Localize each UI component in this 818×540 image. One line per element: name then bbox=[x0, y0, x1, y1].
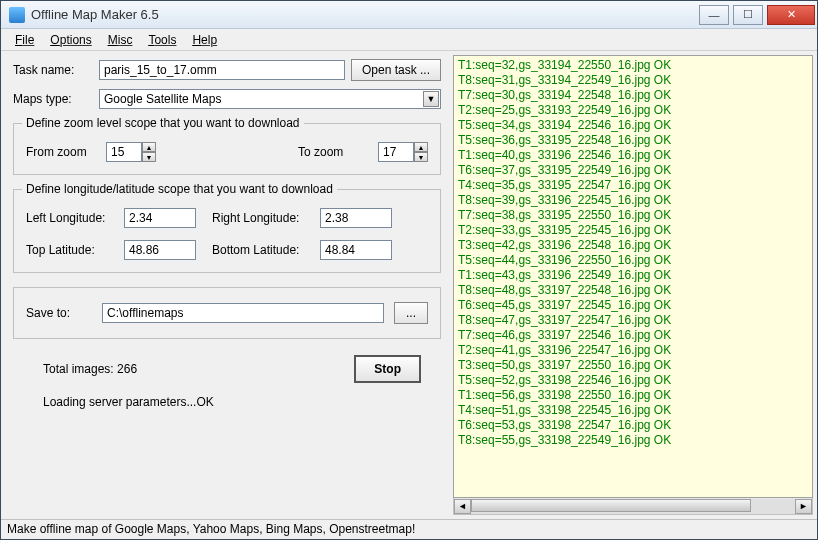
to-zoom-label: To zoom bbox=[298, 145, 368, 159]
maximize-button[interactable]: ☐ bbox=[733, 5, 763, 25]
menu-file[interactable]: File bbox=[7, 31, 42, 49]
loading-status: Loading server parameters...OK bbox=[13, 391, 441, 409]
log-line: T5:seq=52,gs_33198_22546_16.jpg OK bbox=[458, 373, 808, 388]
menu-tools[interactable]: Tools bbox=[140, 31, 184, 49]
app-window: Offline Map Maker 6.5 — ☐ ✕ File Options… bbox=[0, 0, 818, 540]
settings-panel: Task name: Open task ... Maps type: ▼ De… bbox=[1, 51, 453, 519]
save-to-input[interactable] bbox=[102, 303, 384, 323]
open-task-button[interactable]: Open task ... bbox=[351, 59, 441, 81]
task-name-input[interactable] bbox=[99, 60, 345, 80]
latlon-scope-group: Define longitude/latitude scope that you… bbox=[13, 189, 441, 273]
right-lon-label: Right Longitude: bbox=[212, 211, 312, 225]
maps-type-label: Maps type: bbox=[13, 92, 93, 106]
top-lat-label: Top Latitude: bbox=[26, 243, 116, 257]
minimize-button[interactable]: — bbox=[699, 5, 729, 25]
log-line: T5:seq=34,gs_33194_22546_16.jpg OK bbox=[458, 118, 808, 133]
log-line: T8:seq=55,gs_33198_22549_16.jpg OK bbox=[458, 433, 808, 448]
to-zoom-input[interactable] bbox=[378, 142, 414, 162]
log-line: T8:seq=47,gs_33197_22547_16.jpg OK bbox=[458, 313, 808, 328]
scroll-track[interactable] bbox=[471, 499, 795, 514]
to-zoom-down-icon[interactable]: ▼ bbox=[414, 152, 428, 162]
from-zoom-label: From zoom bbox=[26, 145, 96, 159]
from-zoom-input[interactable] bbox=[106, 142, 142, 162]
left-lon-input[interactable] bbox=[124, 208, 196, 228]
browse-button[interactable]: ... bbox=[394, 302, 428, 324]
latlon-scope-legend: Define longitude/latitude scope that you… bbox=[22, 182, 337, 196]
right-lon-input[interactable] bbox=[320, 208, 392, 228]
log-line: T1:seq=56,gs_33198_22550_16.jpg OK bbox=[458, 388, 808, 403]
log-line: T2:seq=41,gs_33196_22547_16.jpg OK bbox=[458, 343, 808, 358]
stop-button[interactable]: Stop bbox=[354, 355, 421, 383]
log-line: T1:seq=40,gs_33196_22546_16.jpg OK bbox=[458, 148, 808, 163]
log-line: T3:seq=50,gs_33197_22550_16.jpg OK bbox=[458, 358, 808, 373]
log-line: T7:seq=46,gs_33197_22546_16.jpg OK bbox=[458, 328, 808, 343]
menu-help[interactable]: Help bbox=[184, 31, 225, 49]
log-line: T4:seq=51,gs_33198_22545_16.jpg OK bbox=[458, 403, 808, 418]
statusbar: Make offline map of Google Maps, Yahoo M… bbox=[1, 519, 817, 539]
bottom-lat-input[interactable] bbox=[320, 240, 392, 260]
titlebar: Offline Map Maker 6.5 — ☐ ✕ bbox=[1, 1, 817, 29]
menu-options[interactable]: Options bbox=[42, 31, 99, 49]
app-icon bbox=[9, 7, 25, 23]
log-line: T8:seq=48,gs_33197_22548_16.jpg OK bbox=[458, 283, 808, 298]
log-line: T6:seq=53,gs_33198_22547_16.jpg OK bbox=[458, 418, 808, 433]
close-button[interactable]: ✕ bbox=[767, 5, 815, 25]
bottom-lat-label: Bottom Latitude: bbox=[212, 243, 312, 257]
save-to-group: Save to: ... bbox=[13, 287, 441, 339]
total-images-label: Total images: 266 bbox=[43, 362, 137, 376]
scroll-left-icon[interactable]: ◄ bbox=[454, 499, 471, 514]
from-zoom-down-icon[interactable]: ▼ bbox=[142, 152, 156, 162]
log-panel: T1:seq=32,gs_33194_22550_16.jpg OKT8:seq… bbox=[453, 51, 817, 519]
log-line: T5:seq=44,gs_33196_22550_16.jpg OK bbox=[458, 253, 808, 268]
menubar: File Options Misc Tools Help bbox=[1, 29, 817, 51]
log-line: T5:seq=36,gs_33195_22548_16.jpg OK bbox=[458, 133, 808, 148]
log-line: T3:seq=42,gs_33196_22548_16.jpg OK bbox=[458, 238, 808, 253]
window-title: Offline Map Maker 6.5 bbox=[31, 7, 697, 22]
download-log[interactable]: T1:seq=32,gs_33194_22550_16.jpg OKT8:seq… bbox=[453, 55, 813, 498]
log-line: T4:seq=35,gs_33195_22547_16.jpg OK bbox=[458, 178, 808, 193]
log-line: T2:seq=25,gs_33193_22549_16.jpg OK bbox=[458, 103, 808, 118]
log-line: T2:seq=33,gs_33195_22545_16.jpg OK bbox=[458, 223, 808, 238]
maps-type-select[interactable] bbox=[99, 89, 441, 109]
scroll-right-icon[interactable]: ► bbox=[795, 499, 812, 514]
from-zoom-up-icon[interactable]: ▲ bbox=[142, 142, 156, 152]
zoom-scope-group: Define zoom level scope that you want to… bbox=[13, 123, 441, 175]
task-name-label: Task name: bbox=[13, 63, 93, 77]
left-lon-label: Left Longitude: bbox=[26, 211, 116, 225]
menu-misc[interactable]: Misc bbox=[100, 31, 141, 49]
to-zoom-up-icon[interactable]: ▲ bbox=[414, 142, 428, 152]
chevron-down-icon[interactable]: ▼ bbox=[423, 91, 439, 107]
log-line: T1:seq=43,gs_33196_22549_16.jpg OK bbox=[458, 268, 808, 283]
log-line: T7:seq=38,gs_33195_22550_16.jpg OK bbox=[458, 208, 808, 223]
log-line: T6:seq=37,gs_33195_22549_16.jpg OK bbox=[458, 163, 808, 178]
log-line: T8:seq=39,gs_33196_22545_16.jpg OK bbox=[458, 193, 808, 208]
scroll-thumb[interactable] bbox=[471, 499, 751, 512]
zoom-scope-legend: Define zoom level scope that you want to… bbox=[22, 116, 304, 130]
log-line: T7:seq=30,gs_33194_22548_16.jpg OK bbox=[458, 88, 808, 103]
log-hscrollbar[interactable]: ◄ ► bbox=[453, 498, 813, 515]
log-line: T6:seq=45,gs_33197_22545_16.jpg OK bbox=[458, 298, 808, 313]
save-to-label: Save to: bbox=[26, 306, 92, 320]
log-line: T1:seq=32,gs_33194_22550_16.jpg OK bbox=[458, 58, 808, 73]
log-line: T8:seq=31,gs_33194_22549_16.jpg OK bbox=[458, 73, 808, 88]
top-lat-input[interactable] bbox=[124, 240, 196, 260]
